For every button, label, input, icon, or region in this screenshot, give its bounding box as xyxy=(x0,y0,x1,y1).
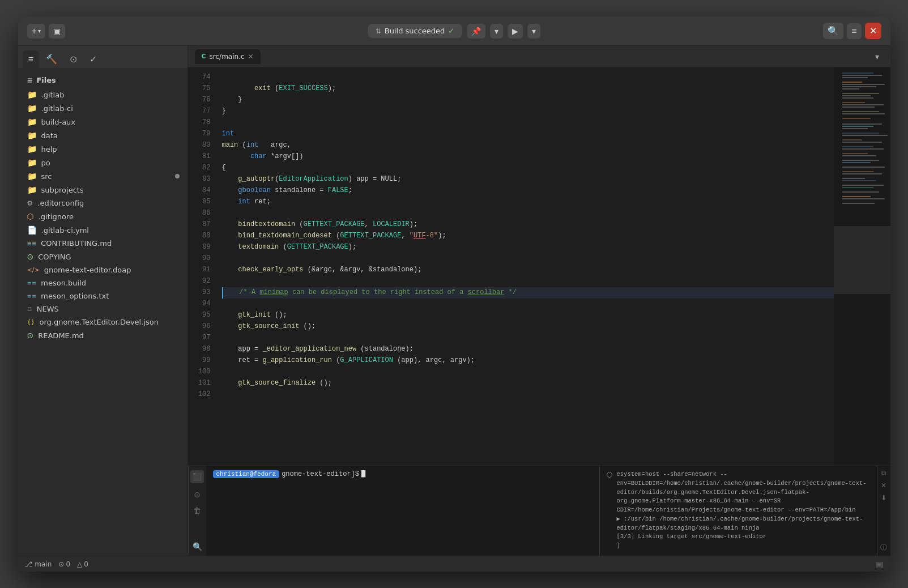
build-status-label: Build succeeded xyxy=(385,27,445,35)
code-line: bind_textdomain_codeset (GETTEXT_PACKAGE… xyxy=(222,231,834,242)
warnings-count: 0 xyxy=(84,560,88,568)
list-item[interactable]: ⬡ .gitignore xyxy=(18,210,187,223)
code-line: gtk_source_finalize (); xyxy=(222,378,834,389)
code-line xyxy=(222,276,834,287)
file-name: src xyxy=(41,172,52,181)
code-line: main (int argc, xyxy=(222,140,834,151)
editor-tab[interactable]: C src/main.c ✕ xyxy=(195,49,261,64)
code-line-highlighted: /* A minimap can be displayed to the rig… xyxy=(222,287,834,299)
add-button[interactable]: + ▾ xyxy=(27,24,45,39)
code-line: gtk_source_init (); xyxy=(222,321,834,333)
warnings-icon: △ xyxy=(77,560,82,568)
sidebar-icon: ▣ xyxy=(53,27,61,36)
clear-icon[interactable]: ✕ xyxy=(881,482,886,489)
code-line: { xyxy=(222,163,834,174)
run-icon: ▶ xyxy=(512,27,518,36)
terminal-search2-icon[interactable]: 🔍 xyxy=(193,542,202,551)
code-text[interactable]: exit (EXIT_SUCCESS); } } int main (int a… xyxy=(215,67,834,465)
tab-close-icon[interactable]: ✕ xyxy=(248,53,254,61)
run-button[interactable]: ▶ xyxy=(508,24,523,39)
menu-button[interactable]: ≡ xyxy=(847,23,861,39)
code-line: textdomain (GETTEXT_PACKAGE); xyxy=(222,242,834,253)
list-item[interactable]: ≡≡ meson_options.txt xyxy=(18,289,187,302)
code-line: int ret; xyxy=(222,197,834,208)
run-dropdown-button[interactable]: ▾ xyxy=(527,24,540,39)
folder-icon: 📁 xyxy=(27,90,37,99)
list-item[interactable]: ⊙ README.md xyxy=(18,329,187,342)
editor-tab-dropdown[interactable]: ▾ xyxy=(871,49,884,64)
tab-files[interactable]: ≡ xyxy=(23,50,39,68)
terminal-output: esystem=host --share=network --env=BUILD… xyxy=(599,466,877,556)
copy-icon[interactable]: ⧉ xyxy=(881,469,886,477)
modified-dot xyxy=(175,174,180,178)
build-status-widget[interactable]: ⇅ Build succeeded ✓ xyxy=(368,24,463,38)
meson-icon: ≡≡ xyxy=(27,280,37,286)
list-item[interactable]: 📁 subprojects xyxy=(18,183,187,197)
titlebar-center: ⇅ Build succeeded ✓ 📌 ▾ ▶ ▾ xyxy=(368,24,541,39)
warnings-status[interactable]: △ 0 xyxy=(77,560,88,568)
errors-status[interactable]: ⊙ 0 xyxy=(58,560,70,568)
sidebar-toggle-button[interactable]: ▣ xyxy=(49,24,65,39)
list-item[interactable]: ⚙ .editorconfig xyxy=(18,197,187,210)
folder-icon: 📁 xyxy=(27,104,37,113)
sidebar-item-copying[interactable]: ⊙ COPYING xyxy=(18,250,187,263)
list-item[interactable]: ≡≡ meson.build xyxy=(18,276,187,289)
terminal-controls: ⧉ ✕ ⬇ ⓘ xyxy=(877,466,890,556)
list-item[interactable]: 📁 data xyxy=(18,129,187,142)
git-branch-status[interactable]: ⎇ main xyxy=(25,560,52,568)
list-item[interactable]: {} org.gnome.TextEditor.Devel.json xyxy=(18,316,187,329)
meson-icon: ≡≡ xyxy=(27,293,37,299)
build-dropdown-button[interactable]: ▾ xyxy=(490,24,503,39)
list-item[interactable]: 📁 src xyxy=(18,169,187,183)
file-name: build-aux xyxy=(41,118,76,126)
list-item[interactable]: 📁 po xyxy=(18,156,187,169)
license-icon: ⊙ xyxy=(27,252,34,261)
list-item[interactable]: 📁 help xyxy=(18,142,187,156)
tab-check[interactable]: ✓ xyxy=(84,50,103,68)
folder-icon: 📁 xyxy=(27,144,37,154)
scrollbar-toggle-icon[interactable]: ▤ xyxy=(876,560,883,569)
code-line: gtk_init (); xyxy=(222,310,834,321)
list-item[interactable]: ≡≡ CONTRIBUTING.md xyxy=(18,237,187,250)
file-name: meson.build xyxy=(41,279,86,287)
minimap xyxy=(834,67,890,465)
list-item[interactable]: </> gnome-text-editor.doap xyxy=(18,263,187,276)
search-button[interactable]: 🔍 xyxy=(823,23,843,39)
code-line xyxy=(222,72,834,83)
statusbar-right: ▤ xyxy=(876,560,883,569)
terminal-icon-button[interactable]: ⬛ xyxy=(190,470,204,483)
file-name: help xyxy=(41,145,57,154)
terminal-input-area: christian@fedora gnome-text-editor]$ █ xyxy=(206,466,599,556)
file-name: .gitlab-ci.yml xyxy=(41,226,89,235)
terminal-search-icon[interactable]: ⊙ xyxy=(194,490,201,499)
pin-button[interactable]: 📌 xyxy=(467,24,485,39)
code-editor[interactable]: 74 75 76 77 78 79 80 81 82 83 84 85 86 8… xyxy=(188,67,834,465)
git-icon: ⬡ xyxy=(27,212,34,221)
scroll-down-icon[interactable]: ⬇ xyxy=(881,494,886,502)
list-item[interactable]: 📁 .gitlab-ci xyxy=(18,101,187,115)
close-button[interactable]: ✕ xyxy=(865,23,881,39)
list-item[interactable]: 📁 build-aux xyxy=(18,115,187,129)
xml-icon: </> xyxy=(27,266,40,274)
tab-run[interactable]: ⊙ xyxy=(64,50,83,68)
folder-icon: 📁 xyxy=(27,158,37,167)
code-line xyxy=(222,367,834,378)
list-item[interactable]: ≡ NEWS xyxy=(18,302,187,316)
file-name: .editorconfig xyxy=(37,199,84,207)
code-line: app = _editor_application_new (standalon… xyxy=(222,344,834,355)
code-line xyxy=(222,333,834,344)
terminal-trash-icon[interactable]: 🗑 xyxy=(193,506,201,515)
pin-icon: 📌 xyxy=(471,27,481,36)
list-item[interactable]: 📁 .gitlab xyxy=(18,88,187,101)
main-window: + ▾ ▣ ⇅ Build succeeded ✓ 📌 ▾ ▶ ▾ xyxy=(18,16,890,572)
file-name: meson_options.txt xyxy=(41,292,109,300)
terminal-sidebar: ⬛ ⊙ 🗑 🔍 xyxy=(188,466,206,556)
file-icon: ⚙ xyxy=(27,199,33,207)
info-icon[interactable]: ⓘ xyxy=(880,543,887,552)
folder-icon: 📁 xyxy=(27,131,37,140)
tab-build[interactable]: 🔨 xyxy=(40,50,63,68)
branch-icon: ⎇ xyxy=(25,560,33,568)
list-item[interactable]: 📄 .gitlab-ci.yml xyxy=(18,223,187,237)
code-line: g_autoptr(EditorApplication) app = NULL; xyxy=(222,174,834,185)
code-line: gboolean standalone = FALSE; xyxy=(222,185,834,197)
